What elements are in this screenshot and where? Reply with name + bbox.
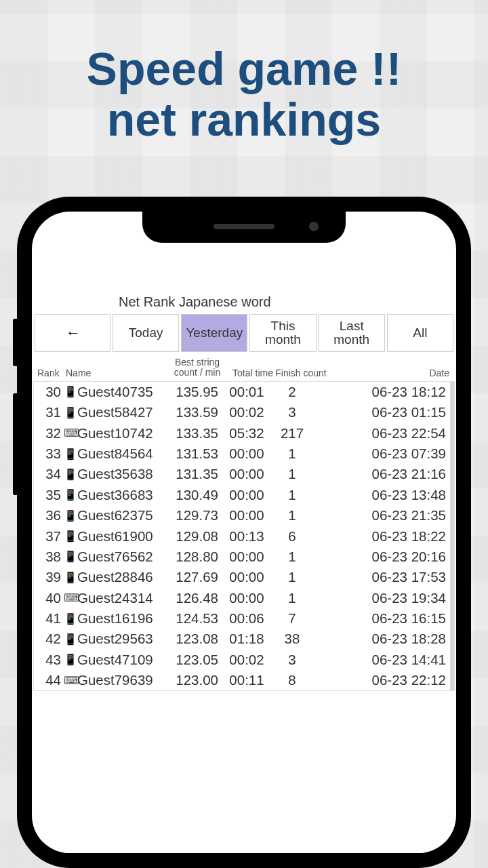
cell-date: 06-23 17:53 [313,569,450,585]
cell-name: Guest35638 [77,466,168,482]
cell-name: Guest62375 [77,507,168,524]
table-header-row: Rank Name Best string count / min Total … [33,356,455,381]
cell-date: 06-23 22:54 [313,425,450,441]
ranking-table[interactable]: 30📱Guest40735135.9500:01206-23 18:1231📱G… [33,381,455,692]
cell-rank: 30 [38,384,64,400]
cell-finish: 6 [271,528,313,545]
cell-name: Guest76562 [77,549,168,565]
cell-name: Guest84564 [77,446,168,462]
back-button[interactable]: ← [35,314,110,352]
cell-best: 131.35 [168,466,222,482]
cell-best: 129.08 [168,528,222,545]
col-name: Name [66,368,166,378]
cell-best: 135.95 [168,384,222,400]
table-row[interactable]: 37📱Guest61900129.0800:13606-23 18:22 [34,526,454,546]
tab-today[interactable]: Today [113,314,179,352]
device-icon: 📱 [64,653,77,666]
cell-best: 123.00 [168,672,222,688]
cell-name: Guest10742 [77,425,168,441]
cell-name: Guest58427 [77,404,168,420]
tab-last-month[interactable]: Last month [319,314,385,352]
cell-name: Guest79639 [77,672,168,688]
cell-name: Guest16196 [77,610,168,627]
screen-title: Net Rank Japanese word [33,293,455,314]
table-row[interactable]: 35📱Guest36683130.4900:00106-23 13:48 [34,485,454,505]
cell-best: 129.73 [168,507,222,524]
cell-total: 00:00 [222,487,271,503]
device-icon: 📱 [64,633,77,646]
cell-total: 00:00 [222,446,271,462]
col-best: Best string count / min [166,357,228,378]
phone-side-button [13,319,17,366]
cell-best: 133.59 [168,404,222,420]
cell-total: 00:06 [222,610,271,627]
device-icon: ⌨ [64,674,77,687]
cell-rank: 33 [38,446,64,462]
cell-date: 06-23 22:12 [313,672,450,688]
cell-finish: 1 [271,446,313,462]
table-row[interactable]: 43📱Guest47109123.0500:02306-23 14:41 [34,650,454,670]
tab-this-month[interactable]: This month [249,314,316,352]
cell-name: Guest36683 [77,487,168,503]
cell-finish: 1 [271,466,313,482]
cell-rank: 43 [38,652,64,668]
cell-total: 00:11 [222,672,271,688]
cell-rank: 40 [38,590,64,606]
table-row[interactable]: 39📱Guest28846127.6900:00106-23 17:53 [34,567,454,587]
cell-total: 00:00 [222,549,271,565]
tab-all[interactable]: All [387,314,453,352]
device-icon: 📱 [64,509,77,522]
cell-finish: 1 [271,590,313,606]
cell-name: Guest24314 [77,590,168,606]
cell-finish: 1 [271,569,313,585]
promo-headline: Speed game !! net rankings [0,0,488,145]
table-row[interactable]: 33📱Guest84564131.5300:00106-23 07:39 [34,443,454,464]
col-date: Date [327,368,451,378]
col-rank: Rank [37,368,66,378]
cell-total: 00:00 [222,466,271,482]
cell-date: 06-23 18:22 [313,528,450,545]
device-icon: 📱 [64,530,77,542]
device-icon: ⌨ [64,427,77,439]
cell-finish: 1 [271,487,313,503]
cell-best: 123.05 [168,652,222,668]
table-row[interactable]: 38📱Guest76562128.8000:00106-23 20:16 [34,547,454,567]
cell-total: 00:13 [222,528,271,545]
cell-date: 06-23 14:41 [313,652,450,668]
table-row[interactable]: 40⌨Guest24314126.4800:00106-23 19:34 [34,588,454,608]
device-icon: 📱 [64,550,77,563]
cell-best: 126.48 [168,590,222,606]
table-row[interactable]: 36📱Guest62375129.7300:00106-23 21:35 [34,505,454,526]
cell-rank: 36 [38,507,64,524]
device-icon: 📱 [64,406,77,419]
cell-rank: 42 [38,631,64,647]
headline-line-2: net rankings [0,94,488,145]
cell-name: Guest61900 [77,528,168,545]
cell-finish: 1 [271,507,313,524]
table-row[interactable]: 34📱Guest35638131.3500:00106-23 21:16 [34,464,454,484]
table-row[interactable]: 42📱Guest29563123.0801:183806-23 18:28 [34,629,454,649]
cell-total: 00:00 [222,590,271,606]
table-row[interactable]: 30📱Guest40735135.9500:01206-23 18:12 [34,382,454,402]
cell-total: 00:00 [222,507,271,524]
table-row[interactable]: 44⌨Guest79639123.0000:11806-23 22:12 [34,670,454,690]
cell-date: 06-23 01:15 [313,404,450,420]
device-icon: 📱 [64,448,77,460]
cell-best: 128.80 [168,549,222,565]
cell-rank: 39 [38,569,64,585]
table-row[interactable]: 41📱Guest16196124.5300:06706-23 16:15 [34,608,454,629]
cell-date: 06-23 18:28 [313,631,450,647]
device-icon: 📱 [64,468,77,481]
device-icon: ⌨ [64,591,77,604]
cell-date: 06-23 20:16 [313,549,450,565]
cell-total: 05:32 [222,425,271,441]
cell-date: 06-23 21:16 [313,466,450,482]
tab-yesterday[interactable]: Yesterday [181,314,247,352]
arrow-left-icon: ← [66,324,79,342]
table-row[interactable]: 31📱Guest58427133.5900:02306-23 01:15 [34,402,454,422]
phone-screen: Net Rank Japanese word ← Today Yesterday… [32,212,456,853]
cell-best: 124.53 [168,610,222,627]
cell-rank: 34 [38,466,64,482]
cell-finish: 7 [271,610,313,627]
table-row[interactable]: 32⌨Guest10742133.3505:3221706-23 22:54 [34,423,454,443]
